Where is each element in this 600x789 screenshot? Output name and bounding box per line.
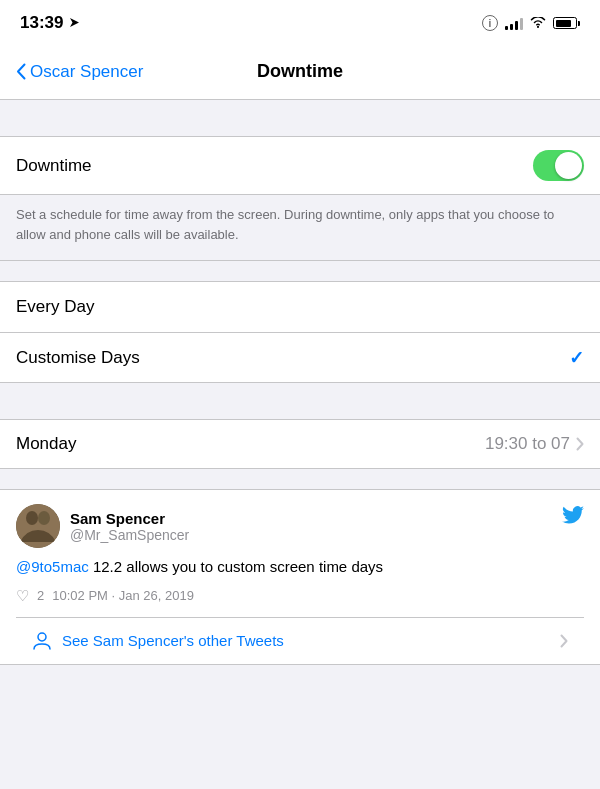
back-label: Oscar Spencer (30, 62, 143, 82)
downtime-description-section: Set a schedule for time away from the sc… (0, 195, 600, 261)
see-more-label: See Sam Spencer's other Tweets (62, 632, 284, 649)
schedule-section: Every Day Customise Days ✓ (0, 281, 600, 383)
toggle-thumb (555, 152, 582, 179)
heart-icon: ♡ (16, 587, 29, 605)
signal-bars-icon (505, 16, 523, 30)
downtime-toggle[interactable] (533, 150, 584, 181)
tweet-user-handle: @Mr_SamSpencer (70, 527, 189, 543)
svg-point-3 (38, 511, 50, 525)
svg-point-0 (537, 26, 539, 28)
monday-label: Monday (16, 434, 76, 454)
tweet-timestamp: 10:02 PM · Jan 26, 2019 (52, 588, 194, 603)
tweet-card: Sam Spencer @Mr_SamSpencer @9to5mac 12.2… (0, 489, 600, 665)
monday-time-value: 19:30 to 07 (485, 434, 570, 454)
twitter-bird-icon (562, 504, 584, 530)
top-spacer (0, 100, 600, 136)
chevron-right-icon (576, 437, 584, 451)
avatar-image (16, 504, 60, 548)
svg-point-4 (38, 633, 46, 641)
tweet-user-info: Sam Spencer @Mr_SamSpencer (70, 510, 189, 543)
monday-time-range: 19:30 to 07 (485, 434, 584, 454)
back-button[interactable]: Oscar Spencer (16, 62, 143, 82)
tweet-footer: ♡ 2 10:02 PM · Jan 26, 2019 (16, 587, 584, 618)
downtime-toggle-section: Downtime (0, 136, 600, 195)
status-time: 13:39 (20, 13, 80, 33)
location-arrow-icon (69, 17, 80, 28)
nav-bar: Oscar Spencer Downtime (0, 44, 600, 100)
mid-spacer2 (0, 383, 600, 419)
battery-icon (553, 17, 580, 29)
time-display: 13:39 (20, 13, 63, 33)
downtime-description: Set a schedule for time away from the sc… (16, 207, 554, 242)
downtime-toggle-cell: Downtime (0, 137, 600, 194)
wifi-icon (530, 17, 546, 29)
tweet-user-name: Sam Spencer (70, 510, 189, 527)
tweet-body: @9to5mac 12.2 allows you to custom scree… (16, 556, 584, 579)
see-tweets-left: See Sam Spencer's other Tweets (32, 631, 284, 651)
checkmark-icon: ✓ (569, 347, 584, 369)
mid-spacer1 (0, 261, 600, 281)
tweet-text-body: 12.2 allows you to custom screen time da… (89, 558, 383, 575)
customise-days-cell[interactable]: Customise Days ✓ (0, 332, 600, 382)
downtime-label: Downtime (16, 156, 92, 176)
see-tweets-row[interactable]: See Sam Spencer's other Tweets (16, 618, 584, 664)
status-bar: 13:39 i (0, 0, 600, 44)
customise-days-label: Customise Days (16, 348, 140, 368)
tweet-user: Sam Spencer @Mr_SamSpencer (16, 504, 189, 548)
tweet-heart-count: 2 (37, 588, 44, 603)
see-tweets-chevron-icon (560, 634, 568, 648)
every-day-cell[interactable]: Every Day (0, 282, 600, 332)
status-icons: i (482, 15, 580, 31)
tweet-mention[interactable]: @9to5mac (16, 558, 89, 575)
svg-point-2 (26, 511, 38, 525)
tweet-header: Sam Spencer @Mr_SamSpencer (16, 504, 584, 548)
every-day-label: Every Day (16, 297, 94, 317)
person-icon (32, 631, 52, 651)
info-icon: i (482, 15, 498, 31)
chevron-left-icon (16, 63, 26, 80)
page-title: Downtime (257, 61, 343, 82)
monday-row[interactable]: Monday 19:30 to 07 (0, 419, 600, 469)
avatar (16, 504, 60, 548)
